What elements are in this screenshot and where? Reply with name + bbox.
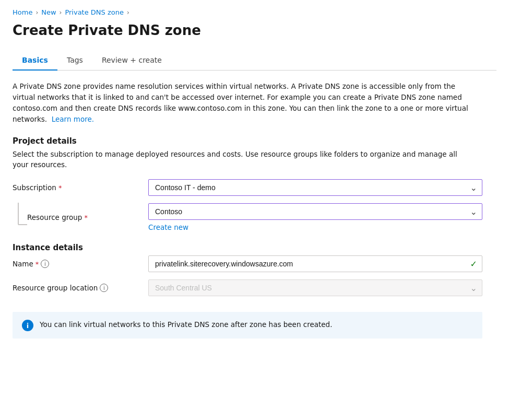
location-row: Resource group location i South Central … [13, 279, 482, 296]
info-box-icon: i [22, 320, 33, 331]
breadcrumb-private-dns[interactable]: Private DNS zone [65, 8, 124, 16]
subscription-row: Subscription * Contoso IT - demo ⌄ [13, 179, 482, 196]
breadcrumb: Home › New › Private DNS zone › [13, 8, 496, 16]
tab-basics[interactable]: Basics [13, 51, 57, 71]
resource-group-label: Resource group [27, 213, 82, 221]
subscription-select[interactable]: Contoso IT - demo [148, 179, 482, 196]
resource-group-label-col: Resource group * [13, 213, 148, 221]
location-label-col: Resource group location i [13, 284, 148, 292]
project-details-description: Select the subscription to manage deploy… [13, 149, 472, 170]
name-input-col: ✓ [148, 255, 482, 272]
description-text: A Private DNS zone provides name resolut… [13, 81, 472, 125]
breadcrumb-new[interactable]: New [41, 8, 56, 16]
page-title: Create Private DNS zone [13, 22, 496, 38]
name-label: Name [13, 260, 33, 268]
name-label-col: Name * i [13, 260, 148, 268]
name-row: Name * i ✓ [13, 255, 482, 272]
subscription-label-col: Subscription * [13, 183, 148, 192]
info-box: i You can link virtual networks to this … [13, 312, 482, 339]
subscription-input-col: Contoso IT - demo ⌄ [148, 179, 482, 196]
location-label: Resource group location [13, 284, 98, 292]
name-input[interactable] [148, 255, 482, 272]
instance-details-heading: Instance details [13, 243, 496, 252]
name-valid-icon: ✓ [470, 259, 477, 269]
location-select-wrapper: South Central US ⌄ [148, 279, 482, 296]
tab-tags[interactable]: Tags [57, 51, 92, 71]
breadcrumb-home[interactable]: Home [13, 8, 32, 16]
project-details-heading: Project details [13, 136, 496, 146]
location-info-icon[interactable]: i [100, 284, 108, 292]
resource-group-input-col: Contoso ⌄ Create new [148, 203, 482, 231]
breadcrumb-sep-3: › [127, 9, 129, 16]
create-new-link[interactable]: Create new [148, 223, 482, 231]
learn-more-link[interactable]: Learn more. [52, 115, 94, 123]
info-box-text: You can link virtual networks to this Pr… [40, 319, 332, 330]
breadcrumb-sep-2: › [60, 9, 62, 16]
name-info-icon[interactable]: i [41, 260, 49, 268]
resource-group-select[interactable]: Contoso [148, 203, 482, 220]
subscription-label: Subscription [13, 183, 56, 192]
tab-review-create[interactable]: Review + create [92, 51, 171, 71]
breadcrumb-sep-1: › [35, 9, 38, 16]
bracket-connector-svg [18, 203, 27, 229]
location-select: South Central US [148, 279, 482, 296]
resource-group-select-wrapper: Contoso ⌄ [148, 203, 482, 220]
resource-group-row-wrapper: Resource group * Contoso ⌄ Create new [13, 203, 482, 231]
resource-group-required: * [84, 214, 88, 221]
subscription-required: * [58, 184, 62, 192]
resource-group-row: Resource group * Contoso ⌄ Create new [13, 203, 482, 231]
subscription-select-wrapper: Contoso IT - demo ⌄ [148, 179, 482, 196]
tabs-container: Basics Tags Review + create [13, 51, 496, 71]
location-input-col: South Central US ⌄ [148, 279, 482, 296]
name-required: * [35, 260, 39, 268]
